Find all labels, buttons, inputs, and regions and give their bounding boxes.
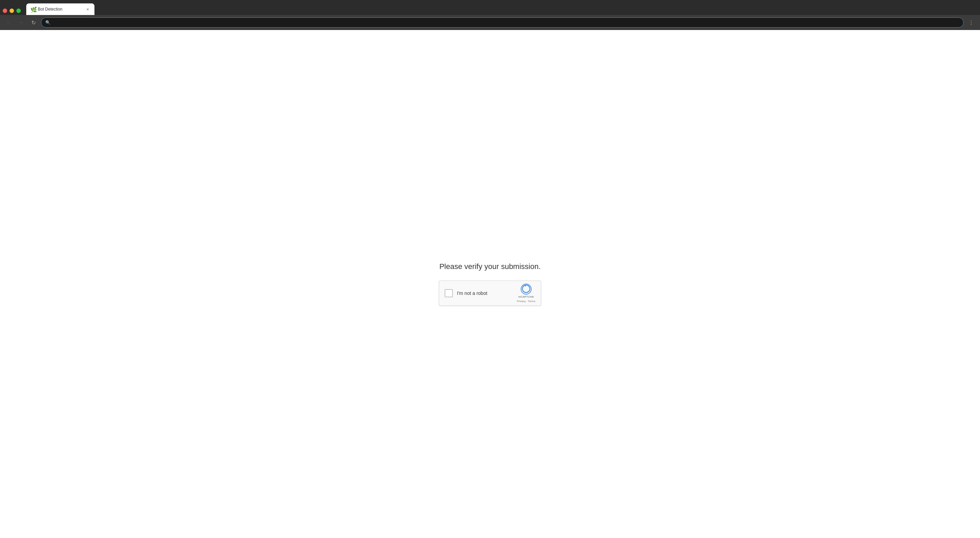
toolbar: ← → ↻ 🔍 ⋮ bbox=[0, 15, 980, 30]
reload-button[interactable]: ↻ bbox=[29, 18, 38, 27]
recaptcha-links: Privacy · Terms bbox=[517, 300, 535, 303]
close-button[interactable] bbox=[3, 8, 7, 13]
captcha-checkbox[interactable] bbox=[445, 289, 453, 297]
recaptcha-icon bbox=[521, 284, 531, 294]
forward-icon: → bbox=[18, 19, 24, 25]
recaptcha-brand-label: reCAPTCHA bbox=[518, 295, 534, 299]
captcha-label: I'm not a robot bbox=[457, 290, 512, 296]
maximize-button[interactable] bbox=[16, 8, 21, 13]
recaptcha-logo-area: reCAPTCHA Privacy · Terms bbox=[517, 284, 535, 302]
back-button[interactable]: ← bbox=[4, 18, 14, 27]
minimize-button[interactable] bbox=[10, 8, 14, 13]
recaptcha-privacy-link[interactable]: Privacy bbox=[517, 300, 525, 303]
tab-title: Bot Detection bbox=[38, 7, 83, 11]
browser-menu-button[interactable]: ⋮ bbox=[966, 18, 976, 27]
tab-bar: 🌿 Bot Detection ✕ bbox=[0, 0, 980, 15]
traffic-lights bbox=[3, 8, 21, 15]
verify-heading: Please verify your submission. bbox=[439, 262, 541, 271]
address-bar[interactable]: 🔍 bbox=[41, 18, 964, 28]
menu-icon: ⋮ bbox=[969, 19, 974, 26]
recaptcha-widget[interactable]: I'm not a robot reCAPTCHA Privacy · Term… bbox=[439, 280, 541, 306]
tab-favicon: 🌿 bbox=[30, 6, 36, 12]
tab-close-button[interactable]: ✕ bbox=[85, 6, 91, 12]
back-icon: ← bbox=[6, 19, 11, 25]
active-tab[interactable]: 🌿 Bot Detection ✕ bbox=[26, 3, 94, 15]
reload-icon: ↻ bbox=[31, 19, 36, 26]
forward-button[interactable]: → bbox=[16, 18, 26, 27]
recaptcha-terms-link[interactable]: Terms bbox=[528, 300, 535, 303]
address-input[interactable] bbox=[52, 20, 959, 25]
page-content: Please verify your submission. I'm not a… bbox=[0, 30, 980, 538]
search-icon: 🔍 bbox=[45, 20, 51, 25]
